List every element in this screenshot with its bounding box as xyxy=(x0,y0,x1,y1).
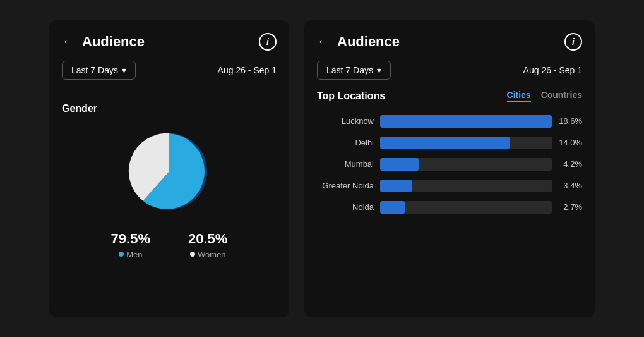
bar-container xyxy=(380,115,552,128)
men-label: Men xyxy=(119,250,142,259)
gender-title: Gender xyxy=(62,103,277,114)
info-icon-left[interactable]: i xyxy=(259,33,277,51)
location-name: Delhi xyxy=(317,138,374,147)
filter-row-left: Last 7 Days ▾ Aug 26 - Sep 1 xyxy=(62,61,277,80)
gender-stats: 79.5% Men 20.5% Women xyxy=(62,231,277,259)
bar-fill xyxy=(380,115,552,128)
bar-percent: 18.6% xyxy=(558,116,582,126)
bar-container xyxy=(380,158,552,171)
pie-chart-container xyxy=(62,127,277,216)
filter-row-right: Last 7 Days ▾ Aug 26 - Sep 1 xyxy=(317,61,582,80)
men-label-text: Men xyxy=(126,250,142,259)
page-title-left: Audience xyxy=(82,34,145,50)
location-name: Greater Noida xyxy=(317,181,374,190)
list-item: Lucknow 18.6% xyxy=(317,115,582,128)
filter-label-left: Last 7 Days xyxy=(71,65,118,75)
location-tabs: Cities Countries xyxy=(507,90,582,102)
gender-section: Gender 79.5% Men 20.5 xyxy=(62,103,277,259)
date-filter-button-left[interactable]: Last 7 Days ▾ xyxy=(62,61,136,80)
bar-fill xyxy=(380,137,510,149)
chevron-down-icon-right: ▾ xyxy=(377,65,381,75)
page-title-right: Audience xyxy=(337,34,400,50)
women-percentage: 20.5% xyxy=(188,231,227,247)
top-locations-section: Top Locations Cities Countries Lucknow 1… xyxy=(317,90,582,214)
locations-header: Top Locations Cities Countries xyxy=(317,90,582,102)
location-name: Mumbai xyxy=(317,159,374,169)
bar-fill xyxy=(380,180,412,192)
men-stat: 79.5% Men xyxy=(111,231,150,259)
tab-countries[interactable]: Countries xyxy=(541,90,582,102)
women-stat: 20.5% Women xyxy=(188,231,227,259)
right-header: ← Audience i xyxy=(317,33,582,51)
bar-percent: 4.2% xyxy=(558,159,582,169)
locations-list: Lucknow 18.6% Delhi 14.0% Mumbai 4.2% Gr… xyxy=(317,115,582,214)
divider-left xyxy=(62,90,277,90)
bar-container xyxy=(380,201,552,214)
men-percentage: 79.5% xyxy=(111,231,150,247)
left-header: ← Audience i xyxy=(62,33,277,51)
bar-fill xyxy=(380,201,405,214)
right-panel: ← Audience i Last 7 Days ▾ Aug 26 - Sep … xyxy=(304,20,595,317)
list-item: Greater Noida 3.4% xyxy=(317,180,582,192)
bar-percent: 2.7% xyxy=(558,202,582,212)
bar-container xyxy=(380,180,552,192)
bar-container xyxy=(380,137,552,149)
location-name: Noida xyxy=(317,202,374,212)
back-button-right[interactable]: ← xyxy=(317,34,330,49)
list-item: Noida 2.7% xyxy=(317,201,582,214)
left-header-left: ← Audience xyxy=(62,34,145,50)
women-label: Women xyxy=(190,250,226,259)
date-filter-button-right[interactable]: Last 7 Days ▾ xyxy=(317,61,391,80)
bar-fill xyxy=(380,158,419,171)
list-item: Delhi 14.0% xyxy=(317,137,582,149)
location-name: Lucknow xyxy=(317,116,374,126)
gender-pie-chart xyxy=(125,127,213,216)
filter-label-right: Last 7 Days xyxy=(326,65,373,75)
locations-title: Top Locations xyxy=(317,90,385,102)
tab-cities[interactable]: Cities xyxy=(507,90,531,102)
bar-percent: 14.0% xyxy=(558,138,582,147)
back-button-left[interactable]: ← xyxy=(62,34,75,49)
info-icon-right[interactable]: i xyxy=(564,33,582,51)
date-range-right: Aug 26 - Sep 1 xyxy=(523,65,582,75)
bar-percent: 3.4% xyxy=(558,181,582,190)
date-range-left: Aug 26 - Sep 1 xyxy=(218,65,277,75)
chevron-down-icon-left: ▾ xyxy=(122,65,126,75)
list-item: Mumbai 4.2% xyxy=(317,158,582,171)
women-label-text: Women xyxy=(198,250,226,259)
right-header-left: ← Audience xyxy=(317,34,400,50)
left-panel: ← Audience i Last 7 Days ▾ Aug 26 - Sep … xyxy=(49,20,289,317)
women-dot xyxy=(190,252,195,257)
men-dot xyxy=(119,252,124,257)
